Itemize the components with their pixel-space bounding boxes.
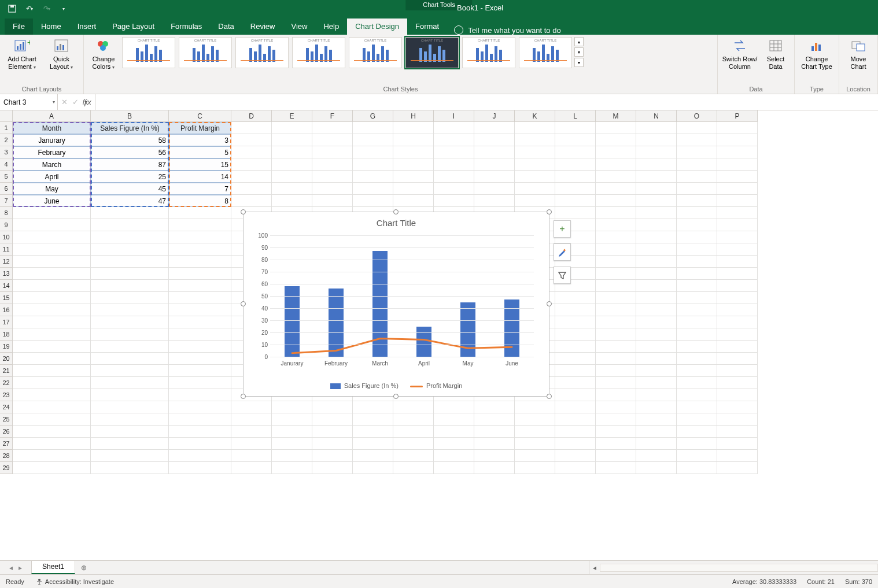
- cell[interactable]: [272, 158, 312, 171]
- cell[interactable]: March: [13, 158, 91, 171]
- cell[interactable]: [91, 207, 169, 219]
- cell[interactable]: [636, 328, 677, 341]
- cell[interactable]: [169, 413, 231, 426]
- cell[interactable]: [272, 134, 312, 146]
- cell[interactable]: [555, 365, 596, 377]
- undo-button[interactable]: ↶▾: [23, 2, 36, 15]
- cell[interactable]: [393, 438, 434, 450]
- tab-data[interactable]: Data: [210, 19, 242, 35]
- cell[interactable]: [91, 316, 169, 328]
- cell[interactable]: [312, 134, 353, 146]
- cell[interactable]: [91, 450, 169, 462]
- cell[interactable]: [91, 280, 169, 292]
- sheet-tab-active[interactable]: Sheet1: [31, 560, 75, 574]
- embedded-chart[interactable]: Chart Title 0102030405060708090100 Janur…: [243, 212, 549, 397]
- cell[interactable]: [393, 158, 434, 171]
- cell[interactable]: Sales Figure (In %): [91, 122, 169, 134]
- cell[interactable]: [231, 183, 272, 195]
- cell[interactable]: [677, 158, 717, 171]
- cell[interactable]: [717, 328, 758, 341]
- cell[interactable]: [717, 207, 758, 219]
- cell[interactable]: [13, 341, 91, 353]
- redo-button[interactable]: ↷▾: [40, 2, 53, 15]
- cell[interactable]: [717, 450, 758, 462]
- cell[interactable]: [717, 243, 758, 256]
- cell[interactable]: [555, 146, 596, 158]
- chart-style-thumb[interactable]: CHART TITLE: [519, 37, 572, 68]
- cell[interactable]: [717, 134, 758, 146]
- cell[interactable]: [231, 195, 272, 207]
- cell[interactable]: 14: [169, 171, 231, 183]
- cell[interactable]: 25: [91, 171, 169, 183]
- cell[interactable]: [677, 438, 717, 450]
- cell[interactable]: [474, 122, 515, 134]
- cell[interactable]: [636, 195, 677, 207]
- cell[interactable]: [272, 401, 312, 413]
- cell[interactable]: [312, 183, 353, 195]
- row-header[interactable]: 27: [0, 438, 13, 450]
- cell[interactable]: [353, 195, 393, 207]
- cell[interactable]: [474, 134, 515, 146]
- cell[interactable]: [169, 389, 231, 401]
- cell[interactable]: [596, 401, 636, 413]
- cell[interactable]: [636, 280, 677, 292]
- cell[interactable]: [393, 426, 434, 438]
- sheet-nav[interactable]: ◂▸: [0, 561, 31, 574]
- cell[interactable]: [169, 401, 231, 413]
- cell[interactable]: [13, 231, 91, 243]
- gallery-down-icon[interactable]: ▾: [574, 47, 584, 57]
- row-header[interactable]: 4: [0, 158, 13, 171]
- row-header[interactable]: 14: [0, 280, 13, 292]
- cell[interactable]: [434, 413, 474, 426]
- cell[interactable]: [272, 450, 312, 462]
- column-header[interactable]: F: [312, 110, 353, 122]
- cell[interactable]: [717, 438, 758, 450]
- cell[interactable]: [13, 268, 91, 280]
- cell[interactable]: [636, 207, 677, 219]
- cell[interactable]: [169, 450, 231, 462]
- cell[interactable]: [272, 183, 312, 195]
- cell[interactable]: [717, 292, 758, 304]
- cell[interactable]: [636, 134, 677, 146]
- cell[interactable]: [91, 401, 169, 413]
- row-header[interactable]: 9: [0, 219, 13, 231]
- cell[interactable]: [13, 413, 91, 426]
- cell[interactable]: [91, 353, 169, 365]
- cell[interactable]: [596, 462, 636, 474]
- cell[interactable]: [272, 146, 312, 158]
- cell[interactable]: [515, 134, 555, 146]
- column-header[interactable]: O: [677, 110, 717, 122]
- resize-handle[interactable]: [547, 394, 552, 399]
- row-header[interactable]: 5: [0, 171, 13, 183]
- cell[interactable]: [434, 195, 474, 207]
- cell[interactable]: 58: [91, 134, 169, 146]
- cell[interactable]: [13, 353, 91, 365]
- cell[interactable]: [312, 426, 353, 438]
- cell[interactable]: [717, 413, 758, 426]
- cell[interactable]: [13, 389, 91, 401]
- cell[interactable]: [169, 341, 231, 353]
- cell[interactable]: [515, 401, 555, 413]
- cell[interactable]: [677, 146, 717, 158]
- cell[interactable]: [555, 462, 596, 474]
- cell[interactable]: [474, 171, 515, 183]
- cell[interactable]: [555, 183, 596, 195]
- cell[interactable]: [636, 268, 677, 280]
- cell[interactable]: [91, 231, 169, 243]
- row-header[interactable]: 21: [0, 365, 13, 377]
- cell[interactable]: [636, 146, 677, 158]
- tab-file[interactable]: File: [5, 19, 33, 35]
- cell[interactable]: [717, 365, 758, 377]
- cell[interactable]: [169, 365, 231, 377]
- horizontal-scrollbar[interactable]: ◂: [589, 561, 878, 574]
- cell[interactable]: 45: [91, 183, 169, 195]
- row-header[interactable]: 10: [0, 231, 13, 243]
- cell[interactable]: [434, 401, 474, 413]
- cell[interactable]: [677, 195, 717, 207]
- cell[interactable]: [91, 219, 169, 231]
- cell[interactable]: [636, 171, 677, 183]
- cell[interactable]: [13, 438, 91, 450]
- row-header[interactable]: 8: [0, 207, 13, 219]
- cell[interactable]: [717, 304, 758, 316]
- cell[interactable]: [515, 183, 555, 195]
